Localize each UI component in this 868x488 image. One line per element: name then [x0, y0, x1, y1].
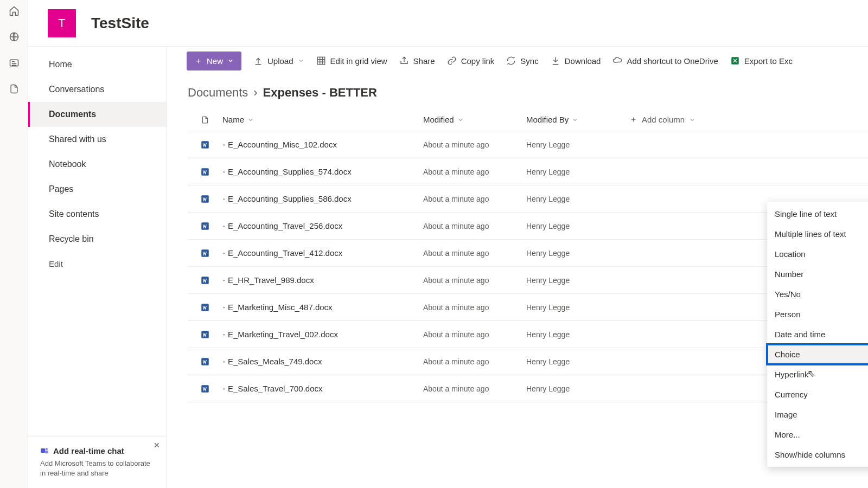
file-name[interactable]: ⋆E_Marketing_Travel_002.docx — [222, 330, 423, 339]
shortcut-button[interactable]: Add shortcut to OneDrive — [612, 56, 718, 66]
toolbar: ＋ New Upload Edit in grid view Share Cop… — [167, 47, 868, 75]
file-modified: About a minute ago — [423, 249, 526, 258]
col-modified-by[interactable]: Modified By — [526, 115, 629, 124]
sidebar-item-home[interactable]: Home — [28, 52, 167, 77]
sidebar-item-conversations[interactable]: Conversations — [28, 77, 167, 102]
column-type-single-line-of-text[interactable]: Single line of text — [767, 204, 868, 224]
breadcrumb-parent[interactable]: Documents — [188, 86, 248, 100]
plus-icon: ＋ — [194, 56, 202, 66]
file-name[interactable]: ⋆E_Marketing_Misc_487.docx — [222, 303, 423, 312]
upload-button[interactable]: Upload — [253, 56, 304, 66]
column-type-number[interactable]: Number — [767, 264, 868, 284]
file-modified: About a minute ago — [423, 276, 526, 285]
file-modified-by: Henry Legge — [526, 168, 629, 176]
sidebar-item-recycle-bin[interactable]: Recycle bin — [28, 227, 167, 252]
new-button[interactable]: ＋ New — [187, 52, 241, 70]
main-column: T TestSite HomeConversationsDocumentsSha… — [28, 0, 868, 488]
word-doc-icon — [188, 330, 222, 339]
sync-button[interactable]: Sync — [506, 56, 538, 66]
table-row[interactable]: ⋆E_Sales_Travel_700.docx About a minute … — [188, 375, 868, 402]
chat-card-desc: Add Microsoft Teams to collaborate in re… — [40, 459, 155, 478]
file-modified: About a minute ago — [423, 303, 526, 312]
sidebar-item-shared-with-us[interactable]: Shared with us — [28, 127, 167, 152]
table-row[interactable]: ⋆E_Accounting_Supplies_586.docx About a … — [188, 185, 868, 213]
export-button[interactable]: Export to Exc — [730, 56, 793, 66]
file-modified-by: Henry Legge — [526, 303, 629, 312]
file-modified-by: Henry Legge — [526, 276, 629, 285]
col-name[interactable]: Name — [222, 115, 423, 124]
upload-icon — [253, 56, 263, 66]
file-modified: About a minute ago — [423, 168, 526, 176]
new-badge: ⋆ — [222, 305, 226, 310]
sidebar-item-notebook[interactable]: Notebook — [28, 152, 167, 177]
chat-card-title: Add real-time chat — [40, 446, 155, 455]
column-type-location[interactable]: Location — [767, 244, 868, 264]
sidebar-item-site-contents[interactable]: Site contents — [28, 202, 167, 227]
table-row[interactable]: ⋆E_Marketing_Travel_002.docx About a min… — [188, 321, 868, 348]
grid-icon — [316, 56, 326, 66]
table-row[interactable]: ⋆E_Accounting_Supplies_574.docx About a … — [188, 158, 868, 185]
svg-point-3 — [46, 448, 48, 450]
site-tile[interactable]: T — [48, 9, 76, 37]
file-name[interactable]: ⋆E_Accounting_Supplies_574.docx — [222, 167, 423, 176]
file-modified: About a minute ago — [423, 357, 526, 366]
table-header: Name Modified Modified By ＋Add column — [188, 108, 868, 131]
breadcrumb: Documents › Expenses - BETTER — [167, 75, 868, 108]
word-doc-icon — [188, 303, 222, 312]
table-row[interactable]: ⋆E_Accounting_Misc_102.docx About a minu… — [188, 131, 868, 158]
chevron-right-icon: › — [253, 86, 257, 100]
file-name[interactable]: ⋆E_Sales_Travel_700.docx — [222, 384, 423, 393]
file-name[interactable]: ⋆E_Accounting_Travel_412.docx — [222, 248, 423, 258]
col-modified[interactable]: Modified — [423, 115, 526, 124]
news-icon[interactable] — [9, 57, 20, 68]
sidebar-item-documents[interactable]: Documents — [28, 102, 167, 127]
column-type-currency[interactable]: Currency — [767, 384, 868, 404]
column-type-date-and-time[interactable]: Date and time — [767, 324, 868, 344]
column-type-hyperlink[interactable]: Hyperlink — [767, 364, 868, 384]
column-type-show-hide-columns[interactable]: Show/hide columns — [767, 445, 868, 465]
column-type-image[interactable]: Image — [767, 404, 868, 425]
column-type-yes-no[interactable]: Yes/No — [767, 284, 868, 304]
copy-link-button[interactable]: Copy link — [447, 56, 495, 66]
new-badge: ⋆ — [222, 251, 226, 256]
column-type-choice[interactable]: Choice — [767, 344, 868, 364]
home-icon[interactable] — [9, 5, 20, 16]
file-name[interactable]: ⋆E_Accounting_Travel_256.docx — [222, 221, 423, 230]
grid-view-button[interactable]: Edit in grid view — [316, 56, 387, 66]
table-row[interactable]: ⋆E_Marketing_Misc_487.docx About a minut… — [188, 294, 868, 321]
chevron-down-icon — [457, 117, 464, 123]
file-name[interactable]: ⋆E_Accounting_Supplies_586.docx — [222, 194, 423, 203]
file-name[interactable]: ⋆E_HR_Travel_989.docx — [222, 275, 423, 285]
body: HomeConversationsDocumentsShared with us… — [28, 47, 868, 488]
col-filetype[interactable] — [188, 114, 222, 125]
download-button[interactable]: Download — [551, 56, 601, 66]
column-type-person[interactable]: Person — [767, 304, 868, 324]
file-modified: About a minute ago — [423, 330, 526, 339]
table-row[interactable]: ⋆E_Sales_Meals_749.docx About a minute a… — [188, 348, 868, 375]
file-icon[interactable] — [9, 84, 20, 94]
column-type-multiple-lines-of-text[interactable]: Multiple lines of text — [767, 224, 868, 244]
add-column-button[interactable]: ＋Add column — [629, 114, 695, 125]
close-icon[interactable]: ✕ — [154, 441, 160, 450]
table-row[interactable]: ⋆E_Accounting_Travel_256.docx About a mi… — [188, 213, 868, 240]
nav-edit-link[interactable]: Edit — [28, 252, 167, 276]
svg-rect-4 — [45, 451, 48, 453]
app-root: T TestSite HomeConversationsDocumentsSha… — [0, 0, 868, 488]
share-button[interactable]: Share — [399, 56, 435, 66]
globe-icon[interactable] — [9, 31, 20, 42]
sidebar-item-pages[interactable]: Pages — [28, 177, 167, 202]
file-modified-by: Henry Legge — [526, 222, 629, 230]
word-doc-icon — [188, 275, 222, 285]
site-title: TestSite — [91, 15, 149, 32]
file-name[interactable]: ⋆E_Sales_Meals_749.docx — [222, 357, 423, 366]
table-row[interactable]: ⋆E_HR_Travel_989.docx About a minute ago… — [188, 267, 868, 294]
file-name[interactable]: ⋆E_Accounting_Misc_102.docx — [222, 140, 423, 149]
word-doc-icon — [188, 167, 222, 177]
file-modified: About a minute ago — [423, 222, 526, 230]
chevron-down-icon — [298, 57, 304, 64]
column-type-more-[interactable]: More... — [767, 425, 868, 445]
teams-icon — [40, 446, 49, 455]
table-row[interactable]: ⋆E_Accounting_Travel_412.docx About a mi… — [188, 240, 868, 267]
share-icon — [399, 56, 409, 66]
new-badge: ⋆ — [222, 142, 226, 147]
